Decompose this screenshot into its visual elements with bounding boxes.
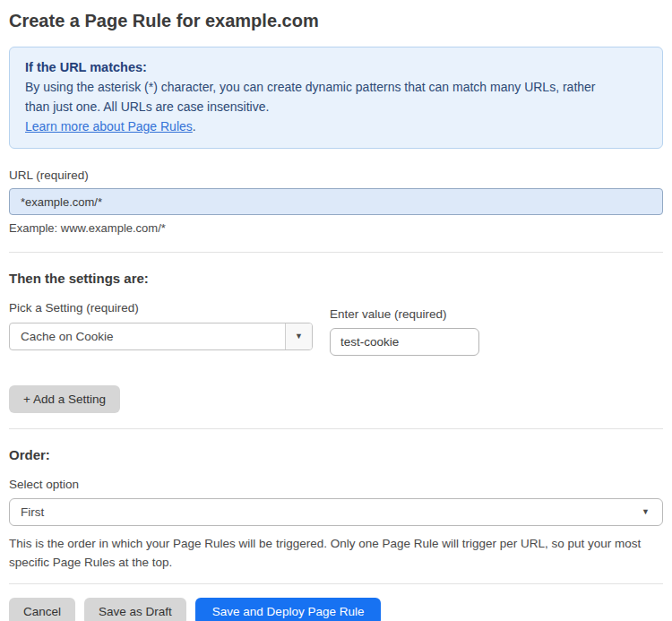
order-select[interactable]: First ▼: [9, 498, 663, 526]
info-box-heading: If the URL matches:: [25, 57, 647, 77]
settings-row: Pick a Setting (required) Cache on Cooki…: [9, 301, 663, 356]
actions-row: Cancel Save as Draft Save and Deploy Pag…: [9, 598, 663, 621]
info-box-body: By using the asterisk (*) character, you…: [25, 77, 603, 116]
save-draft-button[interactable]: Save as Draft: [84, 598, 186, 621]
divider: [9, 583, 663, 584]
divider: [9, 428, 663, 429]
add-setting-button[interactable]: + Add a Setting: [9, 385, 120, 413]
setting-select[interactable]: Cache on Cookie ▼: [9, 323, 313, 350]
order-help-text: This is the order in which your Page Rul…: [9, 534, 642, 572]
settings-heading: Then the settings are:: [9, 271, 663, 286]
order-select-label: Select option: [9, 478, 663, 491]
value-label: Enter value (required): [330, 307, 479, 321]
setting-select-arrow-button[interactable]: ▼: [285, 323, 312, 349]
url-input[interactable]: [9, 188, 663, 215]
order-heading: Order:: [9, 447, 663, 462]
info-box-link-suffix: .: [193, 119, 196, 134]
url-label: URL (required): [9, 168, 663, 182]
learn-more-link[interactable]: Learn more about Page Rules: [25, 119, 193, 134]
divider: [9, 252, 663, 253]
info-box-link-line: Learn more about Page Rules.: [25, 116, 647, 136]
save-deploy-button[interactable]: Save and Deploy Page Rule: [195, 598, 382, 621]
order-select-value: First: [21, 505, 44, 519]
page-title: Create a Page Rule for example.com: [9, 10, 663, 31]
setting-select-label: Pick a Setting (required): [9, 301, 313, 315]
url-example-text: Example: www.example.com/*: [9, 221, 663, 235]
setting-select-value: Cache on Cookie: [10, 323, 285, 349]
setting-select-group: Pick a Setting (required) Cache on Cooki…: [9, 301, 313, 350]
setting-value-group: Enter value (required): [330, 307, 479, 356]
caret-down-icon: ▼: [295, 332, 303, 341]
cancel-button[interactable]: Cancel: [9, 598, 75, 621]
caret-down-icon: ▼: [642, 508, 650, 516]
url-match-info-box: If the URL matches: By using the asteris…: [9, 47, 663, 149]
value-input[interactable]: [330, 328, 479, 356]
